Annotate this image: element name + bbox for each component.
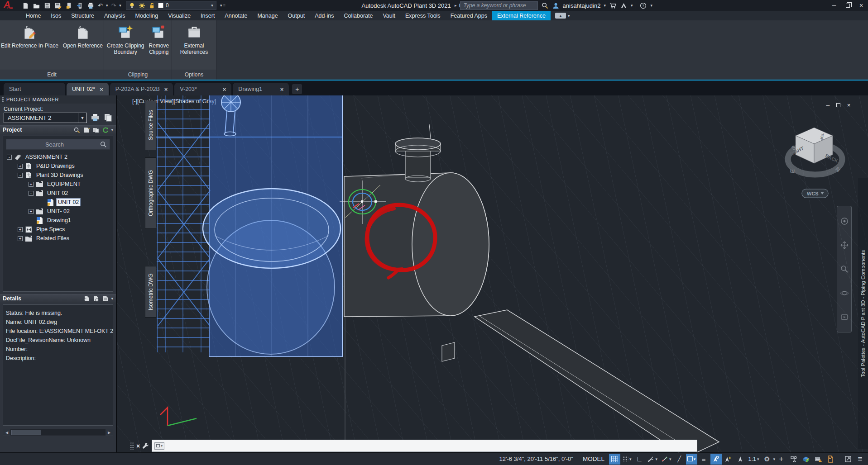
save-as-button[interactable] bbox=[54, 2, 62, 9]
combo-dropdown-icon[interactable]: ▼ bbox=[78, 113, 86, 123]
coordinates-display[interactable]: 12'-6 3/4", 20'-11 5/16", 0'-0" bbox=[494, 456, 579, 462]
tree-item-drawing1[interactable]: Drawing1 bbox=[3, 216, 113, 225]
qat-customize-icon[interactable]: ▾ bbox=[220, 4, 222, 8]
ribbon-tab-structure[interactable]: Structure bbox=[66, 11, 99, 20]
redo-dropdown[interactable]: ▾ bbox=[119, 4, 121, 8]
structural-beam[interactable] bbox=[442, 310, 719, 452]
compass-east[interactable]: E bbox=[789, 169, 796, 173]
command-input-area[interactable]: ▾ bbox=[152, 440, 697, 452]
ribbon-tab-home[interactable]: Home bbox=[21, 11, 46, 20]
tree-expander[interactable]: + bbox=[18, 164, 23, 169]
tree-expander[interactable]: - bbox=[7, 155, 12, 160]
tree-item-plant3d-drawings[interactable]: - Plant 3D Drawings bbox=[3, 171, 113, 180]
ribbon-tab-annotate[interactable]: Annotate bbox=[220, 11, 252, 20]
ribbon-tab-collaborate[interactable]: Collaborate bbox=[339, 11, 378, 20]
close-tab-icon[interactable]: × bbox=[100, 86, 103, 93]
close-button[interactable]: × bbox=[854, 0, 868, 11]
viewport-minimize-icon[interactable]: ─ bbox=[824, 102, 832, 109]
edit-reference-in-place-button[interactable]: Edit Reference In-Place bbox=[0, 22, 60, 50]
ribbon-panel-label-options[interactable]: Options bbox=[172, 70, 216, 80]
save-to-mobile-button[interactable] bbox=[76, 2, 84, 9]
customize-plus-button[interactable] bbox=[776, 454, 787, 465]
tree-expander[interactable]: + bbox=[29, 182, 34, 187]
grid-display-button[interactable] bbox=[609, 454, 620, 465]
annotation-visibility-button[interactable] bbox=[710, 454, 722, 465]
current-project-combo[interactable]: ASSIGNMENT 2 ▼ bbox=[4, 113, 87, 123]
tree-item-pid-drawings[interactable]: + P&ID Drawings bbox=[3, 161, 113, 171]
autodesk-dropdown-icon[interactable]: ▾ bbox=[631, 3, 633, 8]
object-snap-tracking-button[interactable] bbox=[674, 454, 685, 465]
ribbon-minimize-dropdown-icon[interactable]: ▾ bbox=[568, 14, 570, 18]
orbit-icon[interactable] bbox=[840, 289, 849, 298]
help-icon[interactable]: ? bbox=[639, 2, 647, 9]
file-tab-unit02[interactable]: UNIT 02* × bbox=[67, 83, 109, 95]
ribbon-tab-analysis[interactable]: Analysis bbox=[99, 11, 130, 20]
ribbon-tab-external-reference[interactable]: External Reference bbox=[492, 11, 551, 20]
beam-plate[interactable] bbox=[442, 342, 455, 361]
close-tab-icon[interactable]: × bbox=[280, 86, 284, 93]
account-dropdown-icon[interactable]: ▾ bbox=[604, 3, 606, 8]
project-search-icon[interactable] bbox=[73, 127, 81, 133]
steering-wheel-icon[interactable] bbox=[840, 217, 849, 226]
copy-drawing-icon[interactable] bbox=[92, 127, 100, 133]
ribbon-tab-visualize[interactable]: Visualize bbox=[163, 11, 196, 20]
tree-expander[interactable]: + bbox=[29, 209, 34, 214]
ortho-mode-button[interactable] bbox=[633, 454, 645, 465]
customization-menu-button[interactable] bbox=[854, 454, 866, 465]
tree-item-pipe-specs[interactable]: + Pipe Specs bbox=[3, 225, 113, 234]
ribbon-tab-manage[interactable]: Manage bbox=[252, 11, 283, 20]
scrollbar-thumb[interactable] bbox=[11, 430, 41, 435]
lineweight-button[interactable] bbox=[698, 454, 710, 465]
model-space-button[interactable]: MODEL bbox=[579, 454, 608, 465]
snap-mode-button[interactable]: ▾ bbox=[621, 454, 633, 465]
ribbon-minimize-button[interactable]: ▴ bbox=[555, 13, 566, 19]
tree-item-unit02-folder[interactable]: - UNIT 02 bbox=[3, 189, 113, 198]
tree-expander[interactable]: + bbox=[18, 236, 23, 241]
minimize-button[interactable]: ─ bbox=[827, 0, 841, 11]
palette-grip[interactable] bbox=[2, 97, 4, 102]
viewport-close-icon[interactable]: × bbox=[845, 102, 853, 109]
command-input[interactable] bbox=[167, 442, 695, 449]
project-section-more-icon[interactable]: ▾ bbox=[111, 128, 113, 132]
command-line-grip[interactable] bbox=[130, 442, 134, 450]
workspace-dropdown-icon[interactable]: ▾ bbox=[773, 457, 775, 461]
tree-item-unit-02-folder[interactable]: + UNIT- 02 bbox=[3, 207, 113, 216]
restore-button[interactable] bbox=[841, 0, 854, 11]
tree-expander[interactable]: - bbox=[29, 191, 34, 196]
help-search-input[interactable] bbox=[460, 1, 538, 10]
project-search-box[interactable] bbox=[6, 139, 110, 150]
external-references-button[interactable]: External References bbox=[178, 22, 210, 56]
clean-screen-button[interactable] bbox=[842, 454, 854, 465]
new-drawing-icon[interactable] bbox=[82, 127, 90, 133]
ribbon-tab-add-ins[interactable]: Add-ins bbox=[310, 11, 339, 20]
tree-expander[interactable]: - bbox=[18, 173, 23, 178]
ribbon-tab-isos[interactable]: Isos bbox=[46, 11, 66, 20]
details-preview-icon[interactable] bbox=[92, 295, 100, 302]
viewport-restore-icon[interactable] bbox=[834, 102, 842, 109]
close-tab-icon[interactable]: × bbox=[164, 86, 168, 93]
help-dropdown-icon[interactable]: ▾ bbox=[650, 3, 652, 8]
details-list-icon[interactable] bbox=[101, 295, 109, 302]
tool-palettes-strip[interactable]: Tool Palettes - AutoCAD Plant 3D - Pipin… bbox=[858, 178, 868, 449]
remove-clipping-button[interactable]: Remove Clipping bbox=[147, 22, 171, 56]
tree-item-equipment[interactable]: + EQUIPMENT bbox=[3, 180, 113, 189]
palette-horizontal-scrollbar[interactable]: ◀ ▶ bbox=[3, 429, 113, 436]
ribbon-tab-featured-apps[interactable]: Featured Apps bbox=[446, 11, 492, 20]
project-copy-button[interactable] bbox=[102, 113, 113, 123]
file-tab-p202[interactable]: P-202A & P-202B × bbox=[110, 83, 173, 95]
annotation-monitor-button[interactable] bbox=[812, 454, 824, 465]
layer-control[interactable]: 0 ▾ bbox=[126, 1, 216, 10]
save-button[interactable] bbox=[43, 2, 51, 9]
search-icon[interactable] bbox=[541, 2, 549, 9]
viewcube[interactable]: S E N RIGHT BACK TOP WCS bbox=[788, 128, 842, 198]
annotation-scale-sync-button[interactable] bbox=[735, 454, 746, 465]
ribbon-tab-insert[interactable]: Insert bbox=[196, 11, 220, 20]
polar-tracking-button[interactable]: ▾ bbox=[646, 454, 659, 465]
refresh-icon[interactable] bbox=[101, 127, 109, 133]
autocad-logo[interactable]: A P3D bbox=[0, 0, 18, 11]
ribbon-tab-output[interactable]: Output bbox=[283, 11, 310, 20]
details-doc-icon[interactable] bbox=[82, 295, 90, 302]
plot-button[interactable] bbox=[87, 2, 95, 9]
selection-cycling-button[interactable]: ▾ bbox=[686, 454, 697, 465]
project-search-input[interactable] bbox=[9, 141, 100, 148]
